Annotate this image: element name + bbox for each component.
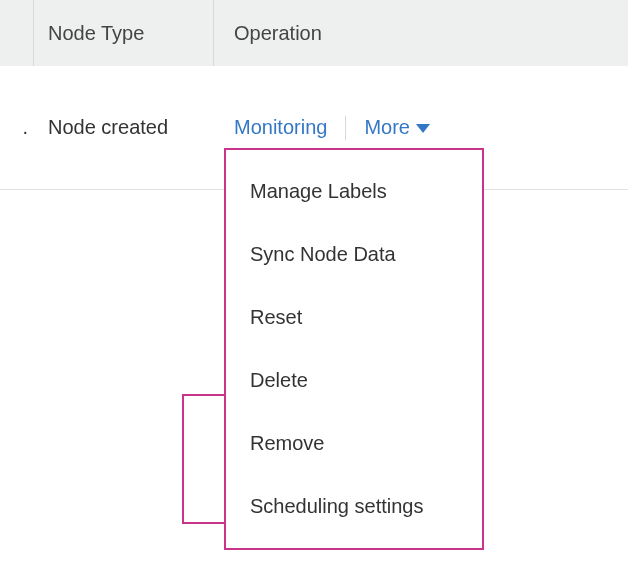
table-header-row: Node Type Operation <box>0 0 628 66</box>
header-operation: Operation <box>214 0 628 66</box>
dropdown-item-manage-labels[interactable]: Manage Labels <box>226 160 482 223</box>
cell-node-type: Node created <box>34 116 214 139</box>
row-left-stub: . <box>0 116 34 139</box>
caret-down-icon <box>416 124 430 133</box>
more-dropdown: Manage Labels Sync Node Data Reset Delet… <box>224 148 484 550</box>
dropdown-item-sync-node-data[interactable]: Sync Node Data <box>226 223 482 286</box>
vertical-separator <box>345 116 346 140</box>
dropdown-item-reset[interactable]: Reset <box>226 286 482 349</box>
dropdown-item-remove[interactable]: Remove <box>226 412 482 475</box>
header-node-type: Node Type <box>34 0 214 66</box>
cell-operation: Monitoring More <box>214 116 628 140</box>
dropdown-item-scheduling-settings[interactable]: Scheduling settings <box>226 475 482 538</box>
more-button[interactable]: More <box>364 116 430 139</box>
header-stub <box>0 0 34 66</box>
monitoring-link[interactable]: Monitoring <box>234 116 327 139</box>
dropdown-item-delete[interactable]: Delete <box>226 349 482 412</box>
more-button-label: More <box>364 116 410 139</box>
